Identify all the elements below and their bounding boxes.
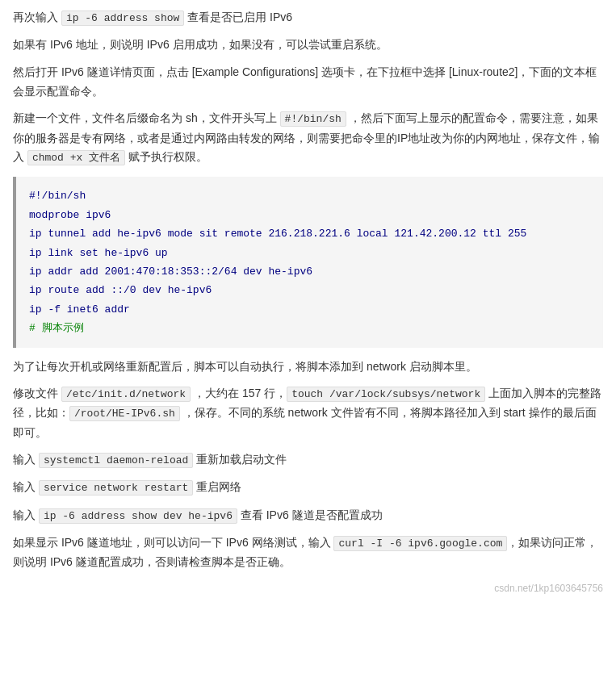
p6-text-before: 修改文件 bbox=[13, 387, 61, 399]
p6-code2: touch /var/lock/subsys/network bbox=[287, 387, 485, 402]
code-line-7: ip -f inet6 addr bbox=[29, 300, 590, 319]
paragraph-2: 如果有 IPv6 地址，则说明 IPv6 启用成功，如果没有，可以尝试重启系统。 bbox=[13, 36, 603, 55]
paragraph-1: 再次输入 ip -6 address show 查看是否已启用 IPv6 bbox=[13, 8, 603, 27]
code-line-3: ip tunnel add he-ipv6 mode sit remote 21… bbox=[29, 224, 590, 243]
p3-text: 然后打开 IPv6 隧道详情页面，点击 [Example Configurati… bbox=[13, 65, 597, 98]
paragraph-6: 修改文件 /etc/init.d/network ，大约在 157 行，touc… bbox=[13, 384, 603, 442]
p4-text-before: 新建一个文件，文件名后缀命名为 sh，文件开头写上 bbox=[13, 111, 280, 124]
p6-code3: /root/HE-IPv6.sh bbox=[69, 406, 180, 421]
p10-code: curl -I -6 ipv6.google.com bbox=[333, 536, 507, 551]
p8-text-after: 重启网络 bbox=[193, 480, 241, 493]
watermark: csdn.net/1kp1603645756 bbox=[13, 580, 603, 596]
p4-text-after: 赋予执行权限。 bbox=[125, 150, 207, 163]
paragraph-4: 新建一个文件，文件名后缀命名为 sh，文件开头写上 #!/bin/sh ，然后下… bbox=[13, 109, 603, 167]
paragraph-5: 为了让每次开机或网络重新配置后，脚本可以自动执行，将脚本添加到 network … bbox=[13, 358, 603, 377]
p1-code: ip -6 address show bbox=[61, 10, 184, 26]
p1-text-before: 再次输入 bbox=[13, 10, 61, 23]
paragraph-10: 如果显示 IPv6 隧道地址，则可以访问一下 IPv6 网络测试，输入 curl… bbox=[13, 533, 603, 572]
p4-code2: chmod +x 文件名 bbox=[27, 150, 125, 165]
code-line-4: ip link set he-ipv6 up bbox=[29, 244, 590, 262]
p9-code: ip -6 address show dev he-ipv6 bbox=[39, 508, 237, 524]
script-code-block: #!/bin/sh modprobe ipv6 ip tunnel add he… bbox=[13, 177, 603, 347]
code-line-2: modprobe ipv6 bbox=[29, 206, 590, 224]
code-line-5: ip addr add 2001:470:18:353::2/64 dev he… bbox=[29, 262, 590, 281]
paragraph-3: 然后打开 IPv6 隧道详情页面，点击 [Example Configurati… bbox=[13, 63, 603, 102]
p4-code1: #!/bin/sh bbox=[280, 111, 346, 127]
p6-text-middle1: ，大约在 157 行， bbox=[191, 387, 287, 399]
p10-text-before: 如果显示 IPv6 隧道地址，则可以访问一下 IPv6 网络测试，输入 bbox=[13, 536, 333, 549]
p9-text-before: 输入 bbox=[13, 508, 39, 521]
code-line-1: #!/bin/sh bbox=[29, 186, 590, 205]
code-line-8-comment: # 脚本示例 bbox=[29, 319, 590, 337]
p5-text: 为了让每次开机或网络重新配置后，脚本可以自动执行，将脚本添加到 network … bbox=[13, 360, 477, 373]
p8-text-before: 输入 bbox=[13, 480, 39, 493]
p7-text-after: 重新加载启动文件 bbox=[193, 453, 287, 466]
p8-code: service network restart bbox=[39, 480, 193, 496]
p7-text-before: 输入 bbox=[13, 453, 39, 466]
p2-text: 如果有 IPv6 地址，则说明 IPv6 启用成功，如果没有，可以尝试重启系统。 bbox=[13, 38, 388, 51]
paragraph-8: 输入 service network restart 重启网络 bbox=[13, 478, 603, 497]
p1-text-after: 查看是否已启用 IPv6 bbox=[184, 10, 292, 23]
paragraph-7: 输入 systemctl daemon-reload 重新加载启动文件 bbox=[13, 450, 603, 470]
p9-text-after: 查看 IPv6 隧道是否配置成功 bbox=[237, 508, 383, 521]
paragraph-9: 输入 ip -6 address show dev he-ipv6 查看 IPv… bbox=[13, 506, 603, 525]
p6-code1: /etc/init.d/network bbox=[61, 387, 191, 402]
p7-code: systemctl daemon-reload bbox=[39, 453, 193, 468]
code-line-6: ip route add ::/0 dev he-ipv6 bbox=[29, 281, 590, 299]
